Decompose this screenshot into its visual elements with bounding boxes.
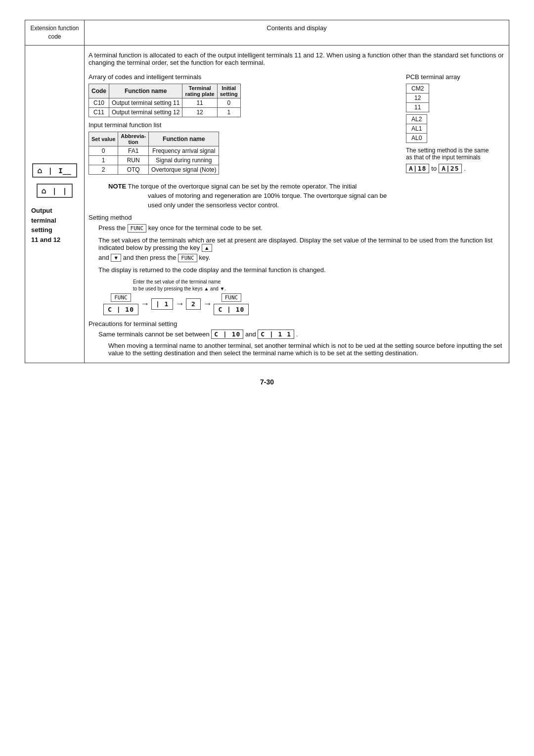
diagram-box-3: 2 — [186, 298, 201, 310]
main-table-header-initial: Initialsetting — [217, 84, 240, 98]
setting-same-text: The setting method is the sameas that of… — [406, 147, 505, 161]
range-display: A|18 to A|25 . — [406, 164, 505, 173]
range-from-display: A|18 — [406, 164, 429, 173]
diagram-func-label-2: FUNC — [222, 293, 242, 302]
precaution-box-2: C | 1 1 — [258, 330, 294, 339]
setting-method-section: Setting method Press the FUNC key once f… — [89, 214, 505, 357]
left-column-cell: ⌂ | I̲̲ ⌂ | | Output terminal setting 11… — [25, 45, 85, 363]
main-table: Code Function name Terminalrating plate … — [89, 84, 241, 117]
diagram-func-label-1: FUNC — [111, 293, 131, 302]
right-column-cell: A terminal function is allocated to each… — [85, 45, 509, 363]
down-arrow-key: ▼ — [111, 254, 121, 262]
display-returned-text: The display is returned to the code disp… — [98, 266, 505, 274]
press-func-instruction: Press the FUNC key once for the terminal… — [98, 224, 505, 233]
contents-display-header: Contents and display — [85, 20, 509, 46]
input-table-row-2: 2 OTQ Overtorque signal (Note) — [89, 165, 219, 174]
array-label: Arrary of codes and intelligent terminal… — [89, 73, 391, 81]
lcd-display-1: ⌂ | I̲̲ — [32, 163, 77, 178]
note-text-1: The torque of the overtorque signal can … — [128, 183, 357, 190]
diagram-box-2: | 1 — [151, 298, 173, 310]
precaution-section: Precautions for terminal setting Same te… — [89, 320, 505, 357]
input-header-abbrev: Abbrevia-tion — [118, 132, 149, 146]
diagram-annotation: Enter the set value of the terminal name… — [133, 279, 226, 292]
precaution-box-1: C | 10 — [211, 330, 243, 339]
pcb-terminal-group: CM2 12 11 — [406, 84, 505, 173]
input-header-function: Function name — [149, 132, 219, 146]
diagram-section: Enter the set value of the terminal name… — [103, 279, 505, 315]
input-list-label: Input terminal function list — [89, 121, 391, 129]
setting-method-label: Setting method — [89, 214, 505, 221]
note-text-3: used only under the sensorless vector co… — [148, 201, 505, 209]
note-label: NOTE — [108, 183, 126, 190]
intro-text: A terminal function is allocated to each… — [89, 51, 505, 66]
set-values-instruction: The set values of the terminals which ar… — [98, 236, 505, 252]
up-arrow-key: ▲ — [202, 244, 212, 252]
lcd-display-2: ⌂ | | — [37, 184, 73, 198]
down-key-instruction: and ▼ and then press the FUNC key. — [98, 254, 505, 262]
pcb-alarm-terminals: AL2 AL1 AL0 — [406, 114, 427, 143]
func-key-2: FUNC — [178, 254, 197, 262]
diagram-box-4: C | 10 — [214, 304, 249, 315]
note-text-2: values of motoring and regeneration are … — [148, 192, 505, 199]
diagram-arrow-1: → — [140, 299, 149, 309]
main-table-header-code: Code — [89, 84, 109, 98]
output-terminal-label: Output terminal setting 11 and 12 — [29, 206, 80, 244]
main-table-header-function: Function name — [109, 84, 182, 98]
diagram-arrow-3: → — [203, 299, 212, 309]
note-section: NOTE The torque of the overtorque signal… — [108, 183, 505, 209]
main-table-header-terminal: Terminalrating plate — [182, 84, 217, 98]
func-key-1: FUNC — [128, 224, 147, 233]
main-table-row-1: C10 Output terminal setting 11 11 0 — [89, 98, 241, 107]
range-to-display: A|25 — [439, 164, 462, 173]
pcb-upper-terminals: CM2 12 11 — [406, 84, 429, 112]
precaution-1: Same terminals cannot be set between C |… — [98, 330, 505, 339]
page-number: 7-30 — [15, 378, 519, 386]
right-section: PCB terminal array CM2 12 — [406, 71, 505, 178]
precaution-2: When moving a terminal name to another t… — [108, 342, 505, 357]
diagram-box-1: C | 10 — [103, 304, 138, 315]
to-label: to — [431, 165, 437, 172]
precaution-label: Precautions for terminal setting — [89, 320, 505, 328]
input-table: Set value Abbrevia-tion Function name 0 … — [89, 132, 219, 175]
main-table-row-2: C11 Output terminal setting 12 12 1 — [89, 107, 241, 117]
input-header-setvalue: Set value — [89, 132, 118, 146]
input-table-row-0: 0 FA1 Frequency arrival signal — [89, 146, 219, 155]
diagram-arrow-2: → — [175, 299, 184, 309]
ext-code-header: Extension function code — [25, 20, 85, 46]
left-section: Arrary of codes and intelligent terminal… — [89, 71, 391, 178]
input-table-row-1: 1 RUN Signal during running — [89, 155, 219, 165]
pcb-label: PCB terminal array — [406, 73, 505, 81]
